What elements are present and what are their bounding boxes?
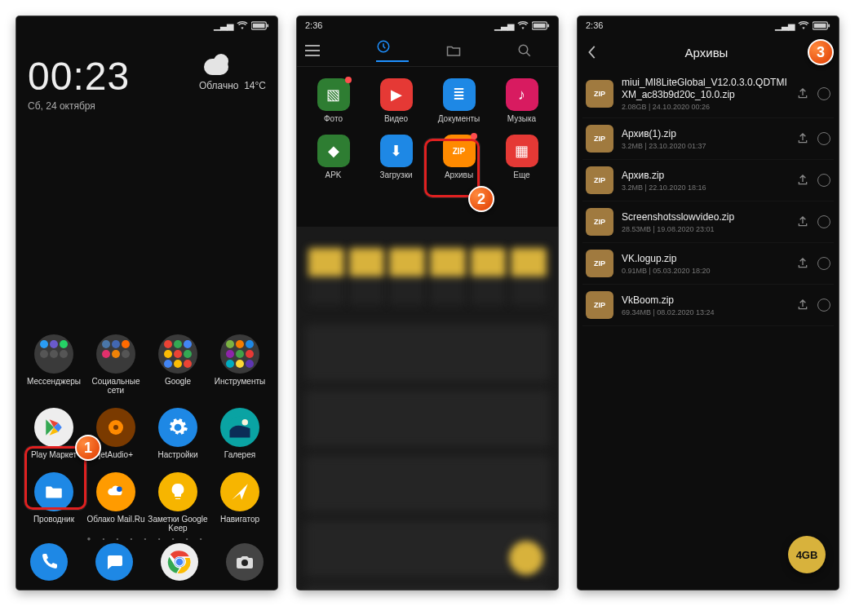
svg-point-6 [242, 419, 249, 426]
archives-header: Архивы ⋮ [578, 34, 839, 70]
weather-temp: 14°C [244, 80, 266, 91]
navigator-icon [220, 472, 259, 511]
tab-storage[interactable] [446, 44, 479, 57]
category-label: Документы [438, 114, 480, 123]
weather-text: Облачно [199, 80, 239, 91]
svg-rect-14 [534, 23, 546, 28]
category-label: APK [325, 170, 341, 179]
select-circle[interactable] [817, 215, 830, 228]
folder-messengers[interactable]: Мессенджеры [23, 334, 85, 395]
play-store-icon [34, 408, 73, 447]
category-label: Еще [513, 170, 529, 179]
app-mailru-cloud[interactable]: Облако Mail.Ru [85, 472, 147, 533]
mailru-cloud-icon [96, 472, 135, 511]
step3-badge: 3 [808, 39, 834, 65]
file-name: VkBoom.zip [622, 294, 788, 307]
folder-social[interactable]: Социальные сети [85, 334, 147, 395]
category-tile-icon: ≣ [443, 78, 476, 111]
share-icon[interactable] [796, 132, 809, 145]
tab-recent[interactable] [376, 39, 409, 62]
share-icon[interactable] [796, 257, 809, 270]
file-row[interactable]: ZIPVkBoom.zip69.34MB | 08.02.2020 13:24 [582, 285, 834, 326]
file-row[interactable]: ZIPmiui_MI8LiteGlobal_V12.0.3.0.QDTMIXM_… [582, 70, 834, 118]
category-tile-icon: ◆ [317, 135, 350, 167]
app-label: Google [165, 377, 191, 386]
category-фото[interactable]: ▧Фото [302, 78, 365, 123]
folder-tools[interactable]: Инструменты [209, 334, 271, 395]
signal-icon: ▁▃▅ [775, 20, 795, 31]
app-navigator[interactable]: Навигатор [209, 472, 271, 533]
file-meta: 3.2MB | 22.10.2020 18:16 [622, 184, 788, 192]
share-icon[interactable] [796, 87, 809, 100]
file-list: ZIPmiui_MI8LiteGlobal_V12.0.3.0.QDTMIXM_… [578, 70, 839, 326]
svg-rect-15 [547, 24, 549, 27]
category-музыка[interactable]: ♪Музыка [490, 78, 553, 123]
category-label: Музыка [507, 114, 536, 123]
app-gallery[interactable]: Галерея [209, 408, 271, 459]
weather-widget[interactable]: Облачно 14°C [199, 54, 266, 91]
category-tile-icon: ▶ [380, 78, 413, 111]
app-label: Социальные сети [85, 377, 147, 395]
category-label: Видео [384, 114, 408, 123]
battery-icon [532, 21, 550, 30]
gear-icon [158, 408, 197, 447]
svg-rect-20 [828, 24, 830, 27]
menu-button[interactable] [305, 45, 338, 56]
select-circle[interactable] [817, 174, 830, 187]
select-circle[interactable] [817, 257, 830, 270]
clock-weather-widget[interactable]: 00:23 Сб, 24 октября Облачно 14°C [16, 34, 277, 112]
signal-icon: ▁▃▅ [494, 20, 514, 31]
file-name: Архив(1).zip [622, 128, 788, 140]
share-icon[interactable] [796, 215, 809, 228]
dock-chrome[interactable] [161, 543, 198, 581]
app-label: Настройки [157, 450, 197, 459]
dock-camera[interactable] [226, 543, 264, 581]
svg-point-4 [113, 425, 118, 430]
file-meta: 3.2MB | 23.10.2020 01:37 [622, 142, 788, 150]
category-видео[interactable]: ▶Видео [365, 78, 427, 123]
search-button[interactable] [517, 43, 550, 58]
category-загрузки[interactable]: ⬇Загрузки [365, 135, 427, 179]
app-keep[interactable]: Заметки Google Keep [147, 472, 209, 533]
file-name: Screenshotsslowvideo.zip [622, 211, 788, 223]
select-circle[interactable] [817, 132, 830, 145]
gallery-icon [220, 408, 259, 447]
app-label: Инструменты [215, 377, 265, 386]
file-name: VK.logup.zip [622, 253, 788, 265]
file-row[interactable]: ZIPАрхив.zip3.2MB | 22.10.2020 18:16 [582, 160, 834, 201]
status-bar: ▁▃▅ [16, 16, 277, 34]
file-meta: 2.08GB | 24.10.2020 00:26 [622, 103, 788, 111]
status-icons: ▁▃▅ [775, 20, 830, 31]
select-circle[interactable] [817, 299, 830, 312]
file-meta: 28.53MB | 19.08.2020 23:01 [622, 225, 788, 233]
battery-icon [813, 21, 830, 30]
signal-icon: ▁▃▅ [214, 20, 233, 31]
zip-icon: ZIP [586, 166, 613, 194]
category-еще[interactable]: ▦Еще [490, 135, 553, 179]
file-row[interactable]: ZIPVK.logup.zip0.91MB | 05.03.2020 18:20 [582, 243, 834, 285]
category-tile-icon: ▦ [506, 135, 538, 167]
dock-messages[interactable] [95, 543, 133, 581]
svg-rect-1 [253, 23, 265, 28]
step2-highlight [424, 139, 480, 197]
app-label: Облако Mail.Ru [86, 515, 144, 524]
category-label: Загрузки [379, 170, 412, 179]
file-row[interactable]: ZIPScreenshotsslowvideo.zip28.53MB | 19.… [582, 201, 834, 243]
app-label: Проводник [33, 515, 74, 524]
category-apk[interactable]: ◆APK [302, 135, 365, 179]
select-circle[interactable] [817, 87, 830, 100]
app-settings[interactable]: Настройки [147, 408, 209, 459]
status-time: 2:36 [305, 20, 322, 30]
file-row[interactable]: ZIPАрхив(1).zip3.2MB | 23.10.2020 01:37 [582, 118, 834, 160]
status-bar: 2:36 ▁▃▅ [297, 16, 558, 34]
folder-google[interactable]: Google [147, 334, 209, 395]
back-button[interactable] [587, 45, 597, 60]
share-icon[interactable] [796, 174, 809, 187]
category-документы[interactable]: ≣Документы [427, 78, 490, 123]
storage-fab[interactable]: 4GB [788, 536, 826, 573]
dock-phone[interactable] [30, 543, 68, 581]
share-icon[interactable] [796, 299, 809, 312]
app-label: Мессенджеры [27, 377, 81, 386]
notification-dot [345, 77, 352, 83]
dock [16, 539, 277, 585]
